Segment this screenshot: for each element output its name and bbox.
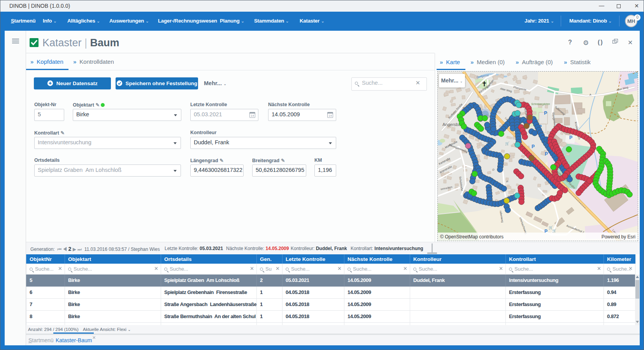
svg-text:P: P (545, 151, 548, 157)
svg-text:P: P (532, 144, 535, 149)
svg-text:P: P (544, 110, 547, 116)
svg-text:© OpenStreetMap contributors: © OpenStreetMap contributors (440, 234, 504, 240)
svg-text:🛒: 🛒 (505, 141, 510, 146)
svg-text:🛒: 🛒 (552, 228, 557, 233)
svg-text:P: P (569, 135, 572, 140)
svg-text:Schrebergärten: Schrebergärten (531, 103, 550, 106)
svg-text:Angersba: Angersba (442, 122, 461, 127)
svg-text:Powered by Esri: Powered by Esri (602, 234, 635, 240)
